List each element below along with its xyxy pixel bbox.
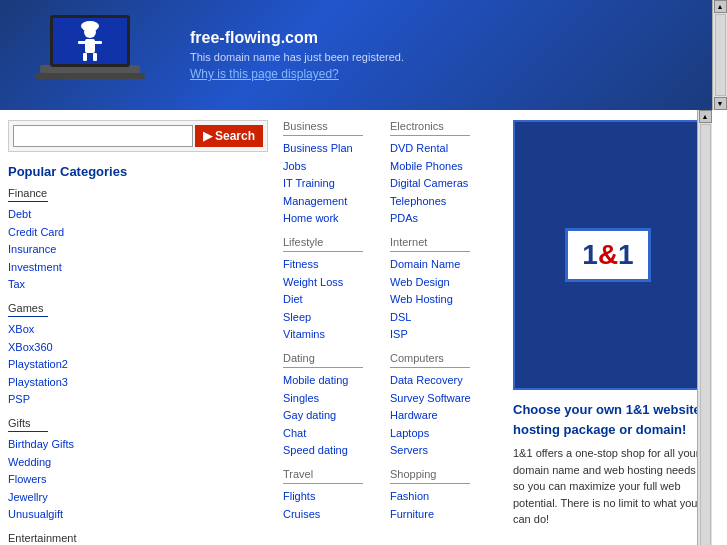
category-finance-header: Finance	[8, 187, 267, 199]
search-button-label: Search	[215, 129, 255, 143]
link-web-design[interactable]: Web Design	[390, 274, 497, 292]
link-xbox360[interactable]: XBox360	[8, 339, 267, 357]
category-finance: Finance Debt Credit Card Insurance Inves…	[8, 187, 267, 294]
col-dating: Dating Mobile dating Singles Gay dating …	[283, 352, 390, 460]
category-games-header: Games	[8, 302, 267, 314]
electronics-divider	[390, 135, 470, 136]
link-diet[interactable]: Diet	[283, 291, 390, 309]
link-xbox[interactable]: XBox	[8, 321, 267, 339]
col-internet: Internet Domain Name Web Design Web Host…	[390, 236, 497, 344]
link-investment[interactable]: Investment	[8, 259, 267, 277]
link-playstation2[interactable]: Playstation2	[8, 356, 267, 374]
ad-text-block: Choose your own 1&1 website hosting pack…	[513, 400, 707, 528]
link-digital-cameras[interactable]: Digital Cameras	[390, 175, 497, 193]
search-arrow-icon: ▶	[203, 129, 212, 143]
ad-logo-amp: &	[598, 239, 618, 270]
business-divider	[283, 135, 363, 136]
category-games: Games XBox XBox360 Playstation2 Playstat…	[8, 302, 267, 409]
link-speed-dating[interactable]: Speed dating	[283, 442, 390, 460]
why-link[interactable]: Why is this page displayed?	[190, 67, 404, 81]
right-sidebar: 1&1 Choose your own 1&1 website hosting …	[505, 110, 715, 545]
scroll-up-arrow[interactable]: ▲	[714, 0, 727, 13]
svg-rect-9	[93, 53, 97, 61]
shopping-header: Shopping	[390, 468, 497, 480]
main-scroll-thumb	[700, 124, 711, 545]
link-furniture[interactable]: Furniture	[390, 506, 497, 524]
link-jobs[interactable]: Jobs	[283, 158, 390, 176]
link-psp[interactable]: PSP	[8, 391, 267, 409]
header-text-block: free-flowing.com This domain name has ju…	[190, 29, 404, 81]
link-birthday-gifts[interactable]: Birthday Gifts	[8, 436, 267, 454]
header-scrollbar: ▲ ▼	[712, 0, 727, 110]
link-telephones[interactable]: Telephones	[390, 193, 497, 211]
search-button[interactable]: ▶ Search	[195, 125, 263, 147]
link-jewellry[interactable]: Jewellry	[8, 489, 267, 507]
category-gifts-divider	[8, 431, 48, 432]
link-vitamins[interactable]: Vitamins	[283, 326, 390, 344]
ad-title: Choose your own 1&1 website hosting pack…	[513, 400, 707, 439]
link-pdas[interactable]: PDAs	[390, 210, 497, 228]
col-travel: Travel Flights Cruises	[283, 468, 390, 523]
lifestyle-header: Lifestyle	[283, 236, 390, 248]
search-input[interactable]	[13, 125, 193, 147]
section-travel-shopping: Travel Flights Cruises Shopping Fashion …	[283, 468, 497, 523]
link-sleep[interactable]: Sleep	[283, 309, 390, 327]
link-singles[interactable]: Singles	[283, 390, 390, 408]
business-header: Business	[283, 120, 390, 132]
ad-logo: 1&1	[565, 228, 650, 282]
link-flights[interactable]: Flights	[283, 488, 390, 506]
link-business-plan[interactable]: Business Plan	[283, 140, 390, 158]
link-servers[interactable]: Servers	[390, 442, 497, 460]
link-cruises[interactable]: Cruises	[283, 506, 390, 524]
link-insurance[interactable]: Insurance	[8, 241, 267, 259]
col-shopping: Shopping Fashion Furniture	[390, 468, 497, 523]
link-credit-card[interactable]: Credit Card	[8, 224, 267, 242]
section-dating-computers: Dating Mobile dating Singles Gay dating …	[283, 352, 497, 460]
link-survey-software[interactable]: Survey Software	[390, 390, 497, 408]
dating-divider	[283, 367, 363, 368]
link-tax[interactable]: Tax	[8, 276, 267, 294]
link-chat[interactable]: Chat	[283, 425, 390, 443]
link-isp[interactable]: ISP	[390, 326, 497, 344]
link-home-work[interactable]: Home work	[283, 210, 390, 228]
link-gay-dating[interactable]: Gay dating	[283, 407, 390, 425]
dating-header: Dating	[283, 352, 390, 364]
link-it-training[interactable]: IT Training	[283, 175, 390, 193]
domain-subtitle: This domain name has just been registere…	[190, 51, 404, 63]
svg-rect-7	[94, 41, 102, 44]
link-hardware[interactable]: Hardware	[390, 407, 497, 425]
link-mobile-phones[interactable]: Mobile Phones	[390, 158, 497, 176]
link-domain-name[interactable]: Domain Name	[390, 256, 497, 274]
link-wedding[interactable]: Wedding	[8, 454, 267, 472]
svg-rect-6	[78, 41, 86, 44]
link-fitness[interactable]: Fitness	[283, 256, 390, 274]
travel-divider	[283, 483, 363, 484]
link-data-recovery[interactable]: Data Recovery	[390, 372, 497, 390]
middle-content: Business Business Plan Jobs IT Training …	[275, 110, 505, 545]
link-fashion[interactable]: Fashion	[390, 488, 497, 506]
col-computers: Computers Data Recovery Survey Software …	[390, 352, 497, 460]
link-weight-loss[interactable]: Weight Loss	[283, 274, 390, 292]
link-mobile-dating[interactable]: Mobile dating	[283, 372, 390, 390]
main-scroll-up-arrow[interactable]: ▲	[699, 110, 712, 123]
ad-box[interactable]: 1&1	[513, 120, 703, 390]
section-lifestyle-internet: Lifestyle Fitness Weight Loss Diet Sleep…	[283, 236, 497, 344]
electronics-header: Electronics	[390, 120, 497, 132]
section-business-electronics: Business Business Plan Jobs IT Training …	[283, 120, 497, 228]
svg-rect-5	[85, 39, 95, 53]
link-debt[interactable]: Debt	[8, 206, 267, 224]
main-content: ▶ Search Popular Categories Finance Debt…	[0, 110, 712, 545]
link-playstation3[interactable]: Playstation3	[8, 374, 267, 392]
scroll-down-arrow[interactable]: ▼	[714, 97, 727, 110]
link-laptops[interactable]: Laptops	[390, 425, 497, 443]
header: free-flowing.com This domain name has ju…	[0, 0, 727, 110]
internet-header: Internet	[390, 236, 497, 248]
link-flowers[interactable]: Flowers	[8, 471, 267, 489]
col-business: Business Business Plan Jobs IT Training …	[283, 120, 390, 228]
category-entertainment-header: Entertainment	[8, 532, 267, 544]
link-web-hosting[interactable]: Web Hosting	[390, 291, 497, 309]
link-unusualgift[interactable]: Unusualgift	[8, 506, 267, 524]
link-management[interactable]: Management	[283, 193, 390, 211]
link-dvd-rental[interactable]: DVD Rental	[390, 140, 497, 158]
link-dsl[interactable]: DSL	[390, 309, 497, 327]
